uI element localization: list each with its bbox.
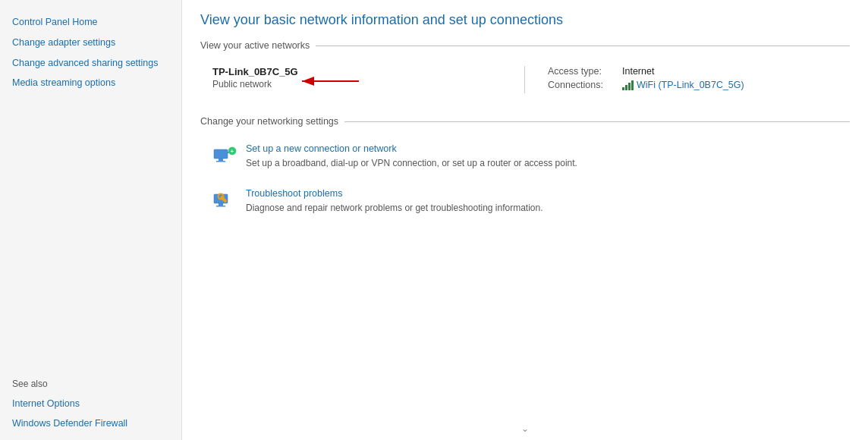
main-content: View your basic network information and … — [182, 0, 868, 440]
wifi-bars-icon — [622, 80, 634, 90]
troubleshoot-option: Troubleshoot problems Diagnose and repai… — [200, 179, 850, 224]
svg-rect-10 — [216, 206, 225, 207]
connections-row: Connections: WiFi (TP-Link_0B7C_5G) — [548, 80, 838, 90]
networking-settings-section: Change your networking settings + Set up… — [200, 116, 850, 224]
active-networks-header: View your active networks — [200, 40, 850, 51]
see-also-section: See also Internet Options Windows Defend… — [0, 366, 181, 441]
active-networks-divider — [316, 46, 850, 46]
active-networks-label: View your active networks — [200, 40, 310, 51]
new-connection-icon: + — [212, 145, 237, 169]
active-networks-grid: TP-Link_0B7C_5G Public network Access ty… — [200, 58, 850, 101]
networking-settings-header: Change your networking settings — [200, 116, 850, 127]
troubleshoot-link[interactable]: Troubleshoot problems — [246, 188, 543, 199]
svg-rect-3 — [219, 159, 223, 161]
troubleshoot-icon — [212, 190, 237, 214]
new-connection-link[interactable]: Set up a new connection or network — [246, 143, 577, 154]
network-info-right: Access type: Internet Connections: WiFi … — [525, 66, 838, 93]
new-connection-option: + Set up a new connection or network Set… — [200, 134, 850, 179]
svg-rect-9 — [219, 203, 223, 206]
connections-value[interactable]: WiFi (TP-Link_0B7C_5G) — [622, 80, 744, 90]
networking-settings-label: Change your networking settings — [200, 116, 338, 127]
connections-label: Connections: — [548, 80, 616, 90]
access-type-label: Access type: — [548, 66, 616, 77]
network-name: TP-Link_0B7C_5G — [212, 66, 509, 77]
network-type: Public network — [212, 79, 509, 90]
wifi-link-text[interactable]: WiFi (TP-Link_0B7C_5G) — [637, 80, 744, 90]
see-also-label: See also — [12, 379, 169, 389]
troubleshoot-desc: Diagnose and repair network problems or … — [246, 203, 543, 213]
sidebar: Control Panel Home Change adapter settin… — [0, 0, 182, 440]
new-connection-content: Set up a new connection or network Set u… — [246, 143, 577, 170]
networking-settings-divider — [344, 121, 850, 122]
svg-text:+: + — [231, 148, 234, 155]
new-connection-desc: Set up a broadband, dial-up or VPN conne… — [246, 158, 577, 168]
sidebar-item-change-advanced-sharing[interactable]: Change advanced sharing settings — [0, 53, 181, 74]
access-type-row: Access type: Internet — [548, 66, 838, 77]
svg-rect-2 — [214, 149, 228, 159]
sidebar-item-media-streaming[interactable]: Media streaming options — [0, 73, 181, 93]
svg-rect-4 — [216, 161, 225, 162]
troubleshoot-content: Troubleshoot problems Diagnose and repai… — [246, 188, 543, 215]
access-type-value: Internet — [622, 66, 654, 77]
sidebar-item-windows-defender-firewall[interactable]: Windows Defender Firewall — [12, 413, 169, 434]
sidebar-item-change-adapter-settings[interactable]: Change adapter settings — [0, 33, 181, 53]
page-title: View your basic network information and … — [200, 12, 850, 28]
sidebar-item-internet-options[interactable]: Internet Options — [12, 394, 169, 414]
bottom-chevron: ⌄ — [521, 423, 529, 434]
network-info-left: TP-Link_0B7C_5G Public network — [212, 66, 525, 93]
sidebar-item-control-panel-home[interactable]: Control Panel Home — [0, 12, 181, 33]
